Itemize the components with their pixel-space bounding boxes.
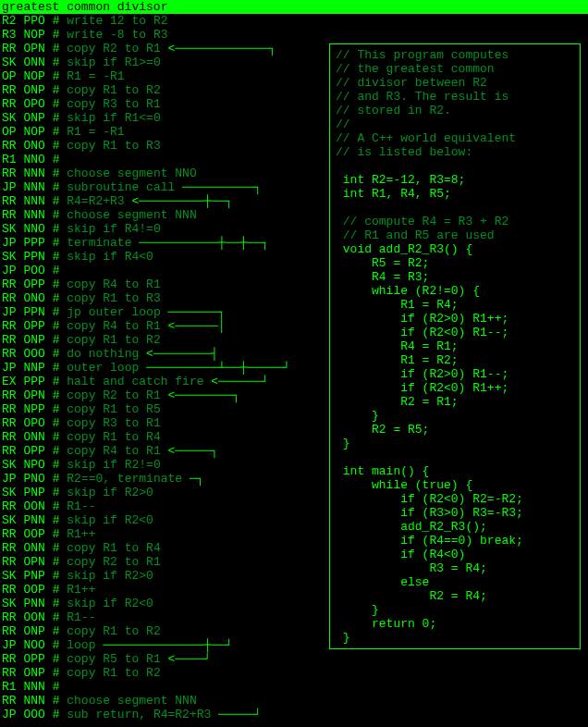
flow-arrow: <─────┐ [161, 444, 218, 458]
cpp-line: // compute R4 = R3 + R2 [336, 215, 574, 228]
code-line: R1 NNN # [2, 680, 586, 694]
cpp-line: } [336, 409, 574, 423]
cpp-line: // R1 and R5 are used [336, 228, 574, 242]
title-bar: greatest common divisor [0, 0, 588, 14]
cpp-line: if (R2>0) R1++; [336, 312, 574, 326]
title-text: greatest common divisor [2, 0, 167, 14]
flow-arrow: <────────┐ [161, 388, 240, 402]
code-line: RR ONP # copy R1 to R2 [2, 666, 586, 680]
flow-arrow: <──────┘ [204, 375, 269, 388]
cpp-line: } [336, 437, 574, 450]
flow-arrow: ─┐ [182, 472, 203, 486]
flow-arrow: <──────│ [161, 319, 226, 333]
cpp-line: } [336, 631, 574, 645]
flow-arrow: <────┘ [161, 652, 212, 666]
cpp-line: R1 = R4; [336, 298, 574, 312]
flow-arrow: ──────────────┼──┘ [95, 638, 232, 652]
flow-arrow: <────────┤ [139, 347, 218, 361]
cpp-line: R2 = R5; [336, 423, 574, 437]
cpp-line: if (R2<0) R1--; [336, 326, 574, 339]
cpp-line: while (R2!=0) { [336, 284, 574, 298]
cpp-line: if (R4==0) break; [336, 534, 574, 548]
cpp-line: R2 = R1; [336, 395, 574, 409]
cpp-panel: // This program computes// the greatest … [329, 43, 581, 649]
cpp-line: // the greatest common [336, 62, 574, 76]
cpp-line: // and R3. The result is [336, 90, 574, 104]
code-line: R3 NOP # write -8 to R3 [2, 28, 586, 42]
cpp-line: R2 = R4; [336, 589, 574, 603]
cpp-line: if (R2>0) R1--; [336, 367, 574, 381]
cpp-line: // divisor between R2 [336, 76, 574, 90]
cpp-line: R5 = R2; [336, 256, 574, 270]
cpp-line: int R2=-12, R3=8; [336, 173, 574, 187]
cpp-line: // A C++ world equivalent [336, 131, 574, 145]
cpp-line: int main() { [336, 464, 574, 478]
cpp-line: while (true) { [336, 478, 574, 492]
flow-arrow: <─────────┼──┐ [125, 194, 233, 208]
cpp-line: if (R4<0) [336, 548, 574, 561]
cpp-line: R3 = R4; [336, 561, 574, 575]
flow-arrow: ──────────┴──┼─────┘ [139, 361, 290, 375]
flow-arrow: ─────┘ [211, 708, 262, 721]
cpp-line: void add_R2_R3() { [336, 242, 574, 256]
flow-arrow: <─────────────┐ [161, 42, 276, 55]
cpp-line: else [336, 575, 574, 589]
code-line: RR NNN # choose segment NNN [2, 694, 586, 708]
cpp-line: if (R3>0) R3=-R3; [336, 506, 574, 520]
cpp-line: // is listed below: [336, 145, 574, 159]
cpp-line: // [336, 117, 574, 131]
code-line: R2 PPO # write 12 to R2 [2, 14, 586, 28]
cpp-line: if (R2<0) R2=-R2; [336, 492, 574, 506]
cpp-line: R4 = R1; [336, 339, 574, 353]
cpp-line: R4 = R3; [336, 270, 574, 284]
cpp-line [336, 450, 574, 464]
cpp-line [336, 159, 574, 173]
code-line: JP OOO # sub return, R4=R2+R3 ─────┘ [2, 708, 586, 721]
flow-arrow: ──────────┐ [175, 180, 262, 194]
cpp-line: R1 = R2; [336, 353, 574, 367]
cpp-line: // This program computes [336, 48, 574, 62]
cpp-line: if (R2<0) R1++; [336, 381, 574, 395]
flow-arrow: ───────┐ [161, 305, 226, 319]
cpp-line: } [336, 603, 574, 617]
cpp-line: add_R2_R3(); [336, 520, 574, 534]
cpp-line: int R1, R4, R5; [336, 187, 574, 201]
flow-arrow: ───────────┼──┼──┐ [131, 236, 268, 250]
cpp-line [336, 201, 574, 215]
code-line: RR OPP # copy R5 to R1 <────┘ [2, 652, 586, 666]
cpp-line: return 0; [336, 617, 574, 631]
cpp-line: // stored in R2. [336, 104, 574, 117]
